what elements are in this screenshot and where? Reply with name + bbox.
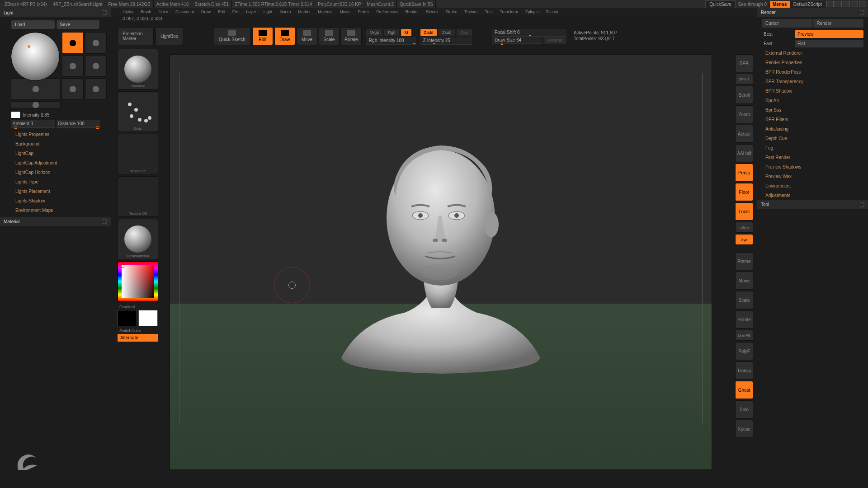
- bpr-ao-item[interactable]: Bpr Ao: [757, 96, 868, 105]
- lights-type-item[interactable]: Lights Type: [0, 177, 111, 187]
- light-slot-1[interactable]: [62, 32, 84, 54]
- scale-view-button[interactable]: Scale: [735, 291, 753, 309]
- rgb-button[interactable]: Rgb: [384, 29, 399, 36]
- move-view-button[interactable]: Move: [735, 272, 753, 290]
- antialiasing-item[interactable]: Antialiasing: [757, 124, 868, 134]
- distance-slider[interactable]: Distance 100: [57, 120, 100, 127]
- menu-preferences[interactable]: Preferences: [373, 9, 402, 14]
- menu-light[interactable]: Light: [260, 9, 276, 14]
- menu-material[interactable]: Material: [314, 9, 336, 14]
- rgb-intensity-slider[interactable]: Rgb Intensity 100: [366, 37, 416, 44]
- light-slot-6[interactable]: [62, 78, 84, 100]
- menus-button[interactable]: Menus: [770, 1, 790, 8]
- light-slot-7[interactable]: [85, 78, 107, 100]
- light-slot-2[interactable]: [85, 32, 107, 54]
- material-selector[interactable]: BasicMaterial: [118, 219, 158, 259]
- rotate-mode-button[interactable]: Rotate: [341, 27, 362, 45]
- aahalf-button[interactable]: AAHalf: [735, 144, 753, 162]
- frame-button[interactable]: Frame: [735, 252, 753, 270]
- light-slot-3[interactable]: [62, 55, 84, 77]
- brush-selector[interactable]: Standard: [118, 49, 158, 89]
- zsub-button[interactable]: Zsub: [439, 29, 455, 36]
- ghost-button[interactable]: Ghost: [735, 381, 753, 399]
- actual-button[interactable]: Actual: [735, 125, 753, 143]
- external-renderer-item[interactable]: External Renderer: [757, 48, 868, 58]
- intensity-slider[interactable]: Intensity 0.85: [23, 113, 100, 117]
- spix-slider[interactable]: SPix 3: [735, 74, 753, 84]
- texture-selector[interactable]: Texture Off: [118, 176, 158, 217]
- z-intensity-slider[interactable]: Z Intensity 25: [420, 37, 472, 44]
- reload-icon[interactable]: [859, 10, 864, 15]
- menu-brush[interactable]: Brush: [137, 9, 155, 14]
- rotate-view-button[interactable]: Rotate: [735, 310, 753, 328]
- viewport-canvas[interactable]: [170, 54, 712, 470]
- light-slot-8[interactable]: [11, 101, 61, 108]
- menu-zplugin[interactable]: Zplugin: [522, 9, 542, 14]
- lightcap-item[interactable]: LightCap: [0, 149, 111, 158]
- preview-button[interactable]: Preview: [795, 30, 863, 38]
- menu-transform[interactable]: Transform: [496, 9, 522, 14]
- light-slot-5[interactable]: [11, 78, 61, 100]
- see-through-slider[interactable]: See-through 0: [736, 2, 770, 7]
- solo-button[interactable]: Solo: [735, 400, 753, 418]
- quick-sketch-button[interactable]: Quick Sketch: [214, 27, 250, 45]
- menu-alpha[interactable]: Alpha: [119, 9, 137, 14]
- lightcap-adjustment-item[interactable]: LightCap Adjustment: [0, 158, 111, 168]
- scroll-button[interactable]: Scroll: [735, 86, 753, 104]
- menu-stroke[interactable]: Stroke: [442, 9, 461, 14]
- lightcap-horizon-item[interactable]: LightCap Horizon: [0, 168, 111, 177]
- lights-properties-item[interactable]: Lights Properties: [0, 130, 111, 139]
- save-button[interactable]: Save: [56, 20, 100, 29]
- tool-section-header[interactable]: Tool: [757, 200, 868, 209]
- xpose-button[interactable]: Xpose: [735, 420, 753, 438]
- zadd-button[interactable]: Zadd: [420, 29, 437, 36]
- alternate-button[interactable]: Alternate: [118, 334, 158, 342]
- zoom-button[interactable]: Zoom: [735, 105, 753, 123]
- window-icon-2[interactable]: [835, 1, 842, 7]
- fast-render-item[interactable]: Fast Render: [757, 153, 868, 162]
- zcut-button[interactable]: Zcut: [457, 29, 472, 36]
- fog-item[interactable]: Fog: [757, 143, 868, 153]
- light-section-header[interactable]: Light: [0, 8, 111, 17]
- reload-icon[interactable]: [102, 219, 107, 224]
- menu-texture[interactable]: Texture: [461, 9, 481, 14]
- default-zscript-button[interactable]: DefaultZScript: [790, 1, 826, 8]
- m-button[interactable]: M: [401, 29, 412, 36]
- flat-button[interactable]: Flat: [795, 40, 863, 47]
- window-icon-1[interactable]: [826, 1, 834, 7]
- menu-document[interactable]: Document: [172, 9, 198, 14]
- bpr-renderpass-item[interactable]: BPR RenderPass: [757, 67, 868, 77]
- render-section-header[interactable]: Render: [757, 8, 868, 17]
- edit-mode-button[interactable]: Edit: [252, 27, 273, 45]
- lights-placement-item[interactable]: Lights Placement: [0, 187, 111, 196]
- alpha-selector[interactable]: Alpha Off: [118, 134, 158, 174]
- menu-macro[interactable]: Macro: [276, 9, 294, 14]
- window-close-icon[interactable]: [859, 1, 866, 7]
- stroke-selector[interactable]: Dots: [118, 91, 158, 132]
- draw-mode-button[interactable]: Draw: [274, 27, 295, 45]
- move-mode-button[interactable]: Move: [297, 27, 317, 45]
- floor-button[interactable]: Floor: [735, 183, 753, 201]
- color-picker[interactable]: [118, 261, 158, 302]
- bpr-sss-item[interactable]: Bpr Sss: [757, 105, 868, 115]
- scale-mode-button[interactable]: Scale: [319, 27, 340, 45]
- menu-stencil[interactable]: Stencil: [422, 9, 442, 14]
- local-button[interactable]: Local: [735, 202, 753, 221]
- lights-shadow-item[interactable]: Lights Shadow: [0, 196, 111, 206]
- window-minimize-icon[interactable]: [843, 1, 850, 7]
- light-preview-sphere[interactable]: [11, 32, 60, 81]
- depth-cue-item[interactable]: Depth Cue: [757, 134, 868, 143]
- persp-button[interactable]: Persp: [735, 164, 753, 182]
- load-button[interactable]: Load: [11, 20, 55, 29]
- switch-color-button[interactable]: SwitchColor: [118, 328, 163, 334]
- bpr-filters-item[interactable]: BPR Filters: [757, 115, 868, 124]
- render-button[interactable]: Render: [813, 19, 864, 28]
- menu-draw[interactable]: Draw: [198, 9, 214, 14]
- bpr-transparency-item[interactable]: BPR Transparency: [757, 77, 868, 86]
- light-slot-4[interactable]: [85, 55, 107, 77]
- quicksave-button[interactable]: QuickSave: [705, 0, 735, 8]
- menu-render[interactable]: Render: [402, 9, 423, 14]
- environment-item[interactable]: Environment: [757, 181, 868, 191]
- menu-layer[interactable]: Layer: [242, 9, 260, 14]
- adjustments-item[interactable]: Adjustments: [757, 191, 868, 200]
